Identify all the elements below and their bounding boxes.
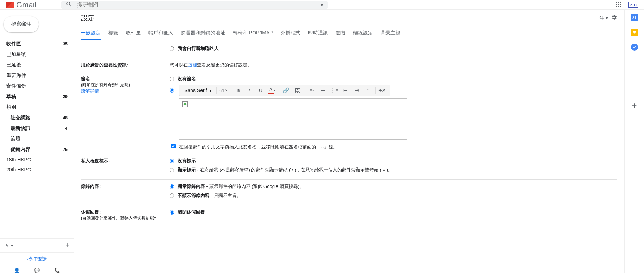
main-area: 設定 注 ▾ 一般設定 標籤 收件匣 帳戶和匯入 篩選器和封鎖的地址 轉寄和 P… bbox=[74, 10, 644, 273]
calendar-addon-icon[interactable]: 31 bbox=[631, 14, 638, 21]
snippets-show-label: 顯示節錄內容 - 顯示郵件的節錄內容 (類似 Google 網頁搜尋)。 bbox=[178, 183, 304, 190]
underline-icon[interactable]: U bbox=[255, 85, 266, 95]
hangouts-chat-icon[interactable]: 💬 bbox=[34, 268, 40, 272]
ads-pref-label: 用於廣告的重要性資訊: bbox=[81, 62, 170, 68]
bulleted-list-icon[interactable]: ⋮≡ bbox=[329, 85, 340, 95]
gmail-logo[interactable]: Gmail bbox=[6, 0, 36, 9]
nav-inbox[interactable]: 收件匣 35 bbox=[0, 39, 74, 49]
indicators-label: 私人程度標示: bbox=[81, 158, 170, 176]
numbered-list-icon[interactable]: ≣ bbox=[318, 85, 329, 95]
tab-advanced[interactable]: 進階 bbox=[336, 27, 345, 40]
vacation-label: 休假回覆: bbox=[81, 209, 170, 215]
align-icon[interactable]: ≡ ▾ bbox=[307, 85, 317, 95]
gmail-logo-icon bbox=[6, 2, 14, 8]
search-options-caret-icon[interactable]: ▾ bbox=[321, 2, 323, 7]
nav-sent[interactable]: 寄件備份 bbox=[0, 81, 74, 91]
indent-more-icon[interactable]: ⇥ bbox=[352, 85, 362, 95]
nav-important[interactable]: 重要郵件 bbox=[0, 70, 74, 81]
nav-label-18th[interactable]: 18th HKPC bbox=[0, 155, 74, 165]
snippets-label: 節錄內容: bbox=[81, 183, 170, 202]
keep-addon-icon[interactable] bbox=[631, 29, 638, 36]
snippets-hide-radio[interactable] bbox=[170, 193, 174, 198]
search-icon[interactable] bbox=[66, 1, 72, 8]
link-icon[interactable]: 🔗 bbox=[281, 85, 292, 95]
settings-title: 設定 bbox=[81, 13, 95, 23]
settings-panel: 設定 注 ▾ 一般設定 標籤 收件匣 帳戶和匯入 篩選器和封鎖的地址 轉寄和 P… bbox=[74, 10, 624, 273]
nav-starred[interactable]: 已加星號 bbox=[0, 49, 74, 60]
compose-button[interactable]: 撰寫郵件 bbox=[4, 16, 39, 32]
vacation-sub: (自動回覆外來郵件。聯絡人傳送數封郵件 bbox=[81, 215, 170, 221]
nav-cat-updates[interactable]: 最新快訊 4 bbox=[0, 123, 74, 134]
tab-forwarding[interactable]: 轉寄和 POP/IMAP bbox=[233, 27, 273, 40]
left-sidebar: 撰寫郵件 收件匣 35 已加星號 已延後 重要郵件 寄件備份 草稿 29 類別 … bbox=[0, 10, 74, 273]
signature-none-radio[interactable] bbox=[170, 77, 174, 81]
signature-image-placeholder-icon bbox=[182, 101, 188, 107]
insert-image-icon[interactable]: 🖼 bbox=[292, 85, 303, 95]
nav-label-20th[interactable]: 20th HKPC bbox=[0, 165, 74, 174]
indent-less-icon[interactable]: ⇤ bbox=[340, 85, 351, 95]
vacation-off-radio[interactable] bbox=[170, 210, 174, 215]
ads-pref-content: 您可以在這裡查看及變更您的偏好設定。 bbox=[170, 62, 617, 68]
snippets-hide-label: 不顯示節錄內容 - 只顯示主旨。 bbox=[178, 192, 241, 199]
tab-chat[interactable]: 即時通訊 bbox=[308, 27, 328, 40]
tab-addons[interactable]: 外掛程式 bbox=[281, 27, 300, 40]
signature-insert-checkbox[interactable] bbox=[171, 144, 176, 148]
tab-themes[interactable]: 背景主題 bbox=[381, 27, 400, 40]
hangouts-user[interactable]: Pc ▾ bbox=[4, 243, 13, 248]
indicators-show-label: 顯示標示 - 在寄給我 (不是郵寄清單) 的郵件旁顯示箭頭 ( › )，在只寄給… bbox=[178, 167, 393, 173]
settings-tabs: 一般設定 標籤 收件匣 帳戶和匯入 篩選器和封鎖的地址 轉寄和 POP/IMAP… bbox=[81, 27, 617, 40]
nav-cat-promotions[interactable]: 促銷內容 75 bbox=[0, 144, 74, 155]
hangouts-bar: Pc ▾ + bbox=[0, 238, 74, 252]
hangouts-contacts-icon[interactable]: 👤 bbox=[14, 268, 20, 272]
hangouts-phone-icon[interactable]: 📞 bbox=[54, 268, 60, 272]
app-header: Gmail ▾ P C bbox=[0, 0, 644, 10]
right-side-panel: 31 + bbox=[624, 10, 644, 273]
italic-icon[interactable]: I bbox=[244, 85, 255, 95]
remove-formatting-icon[interactable]: T✕ bbox=[377, 85, 388, 95]
hangouts-new-icon[interactable]: + bbox=[65, 241, 70, 249]
tab-accounts[interactable]: 帳戶和匯入 bbox=[148, 27, 173, 40]
snippets-show-radio[interactable] bbox=[170, 184, 174, 189]
tab-labels[interactable]: 標籤 bbox=[108, 27, 118, 40]
bold-icon[interactable]: B bbox=[233, 85, 243, 95]
folder-nav: 收件匣 35 已加星號 已延後 重要郵件 寄件備份 草稿 29 類別 社交網路 … bbox=[0, 39, 74, 238]
signature-learn-more-link[interactable]: 瞭解詳情 bbox=[81, 88, 99, 94]
signature-toolbar: Sans Serif ▾ тT ▾ B I U A ▾ bbox=[179, 85, 390, 96]
ads-pref-link[interactable]: 這裡 bbox=[188, 62, 197, 68]
gmail-logo-text: Gmail bbox=[16, 0, 36, 9]
tab-filters[interactable]: 篩選器和封鎖的地址 bbox=[181, 27, 225, 40]
settings-gear-icon[interactable] bbox=[611, 14, 617, 22]
get-addons-icon[interactable]: + bbox=[632, 101, 637, 110]
signature-sub: (附加在所有外寄郵件結尾) bbox=[81, 82, 170, 88]
nav-drafts[interactable]: 草稿 29 bbox=[0, 91, 74, 102]
tab-inbox[interactable]: 收件匣 bbox=[126, 27, 141, 40]
nav-cat-social[interactable]: 社交網路 48 bbox=[0, 113, 74, 123]
indicators-none-radio[interactable] bbox=[170, 159, 174, 163]
vacation-off-label: 關閉休假回覆 bbox=[178, 209, 205, 215]
signature-none-label: 沒有簽名 bbox=[178, 76, 196, 82]
nav-snoozed[interactable]: 已延後 bbox=[0, 60, 74, 70]
signature-insert-label: 在回覆郵件的引用文字前插入此簽名檔，並移除附加在簽名檔前面的「--」線。 bbox=[179, 144, 338, 150]
account-badge[interactable]: P C bbox=[628, 2, 638, 8]
search-bar[interactable]: ▾ bbox=[61, 1, 328, 9]
indicators-show-radio[interactable] bbox=[170, 168, 174, 172]
tab-general[interactable]: 一般設定 bbox=[81, 27, 101, 40]
tasks-addon-icon[interactable] bbox=[631, 44, 638, 51]
font-family-select[interactable]: Sans Serif ▾ bbox=[181, 88, 215, 93]
contacts-manual-radio[interactable] bbox=[170, 46, 174, 51]
google-apps-icon[interactable] bbox=[616, 2, 622, 8]
signature-editor[interactable] bbox=[179, 98, 407, 140]
dial-phone-link[interactable]: 撥打電話 bbox=[0, 252, 74, 266]
sidebar-bottom-icons: 👤 💬 📞 bbox=[0, 266, 74, 273]
nav-cat-forums[interactable]: 論壇 bbox=[0, 134, 74, 144]
signature-label: 簽名: bbox=[81, 76, 170, 82]
quote-icon[interactable]: ” bbox=[363, 85, 374, 95]
indicators-none-label: 沒有標示 bbox=[178, 158, 196, 164]
signature-custom-radio[interactable] bbox=[170, 88, 174, 93]
nav-categories[interactable]: 類別 bbox=[0, 102, 74, 113]
density-dropdown[interactable]: 注 ▾ bbox=[599, 15, 608, 21]
search-input[interactable] bbox=[77, 2, 321, 8]
font-size-icon[interactable]: тT ▾ bbox=[218, 85, 229, 95]
text-color-icon[interactable]: A ▾ bbox=[267, 85, 277, 95]
tab-offline[interactable]: 離線設定 bbox=[353, 27, 373, 40]
